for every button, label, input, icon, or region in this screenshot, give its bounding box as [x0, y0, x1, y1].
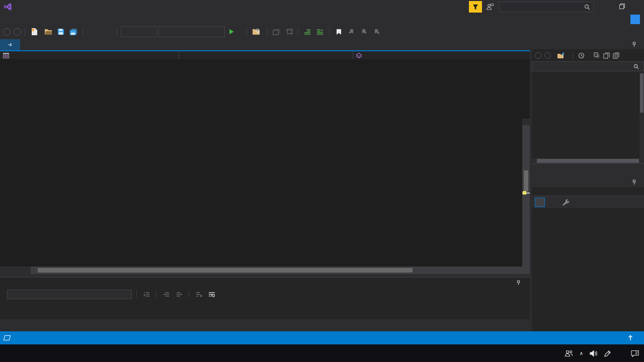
- bookmark-icon[interactable]: [333, 26, 344, 37]
- previous-message-icon[interactable]: [161, 290, 171, 299]
- project-scope-combo[interactable]: ++: [0, 51, 179, 59]
- message-level-icon[interactable]: [141, 290, 151, 299]
- restore-icon: [619, 5, 624, 9]
- zoom-level-combo[interactable]: [0, 266, 31, 274]
- open-file-icon[interactable]: [43, 26, 54, 37]
- tree-vertical-scrollbar[interactable]: [639, 72, 644, 158]
- next-message-icon[interactable]: [174, 290, 184, 299]
- collapse-all-icon[interactable]: [594, 52, 600, 59]
- split-editor-handle[interactable]: [522, 119, 530, 125]
- document-tab-strip: [0, 39, 530, 50]
- forward-icon[interactable]: [544, 52, 551, 59]
- clear-bookmarks-icon[interactable]: [371, 26, 382, 37]
- bottom-panel-tabs: [0, 319, 530, 331]
- output-panel-title[interactable]: [0, 278, 530, 288]
- action-center-icon[interactable]: [631, 350, 639, 357]
- word-wrap-icon[interactable]: [207, 290, 217, 299]
- solution-tree: [532, 72, 644, 158]
- next-bookmark-icon[interactable]: [358, 26, 369, 37]
- tree-horizontal-scrollbar[interactable]: [532, 158, 644, 163]
- ready-icon: [4, 335, 11, 340]
- avatar[interactable]: [630, 15, 640, 24]
- svg-text:++: ++: [4, 54, 8, 58]
- minimize-button[interactable]: [599, 0, 614, 14]
- add-to-source-control-button[interactable]: [628, 331, 640, 344]
- increase-indent-icon[interactable]: [314, 26, 326, 37]
- pending-changes-filter-icon[interactable]: [578, 52, 585, 59]
- scrollbar-thumb[interactable]: [524, 170, 528, 192]
- pin-icon[interactable]: [8, 42, 13, 47]
- vertical-scrollbar[interactable]: [522, 119, 530, 266]
- switch-views-icon[interactable]: [557, 52, 565, 59]
- member-combo[interactable]: [353, 51, 530, 59]
- title-bar: [0, 0, 644, 14]
- editor-navigation-bar: ++: [0, 50, 530, 59]
- tab-main-cpp[interactable]: [0, 39, 20, 50]
- right-panel-tabs: [532, 163, 644, 174]
- status-bar: [0, 331, 644, 344]
- editor-bottom-bar: [0, 266, 530, 274]
- alphabetical-sort-icon[interactable]: [548, 198, 558, 207]
- windows-ink-icon[interactable]: [604, 350, 611, 357]
- visual-studio-logo-icon: [4, 3, 12, 11]
- redo-icon[interactable]: [101, 26, 112, 37]
- properties-title[interactable]: [532, 177, 644, 187]
- undo-icon[interactable]: [87, 26, 98, 37]
- pin-icon[interactable]: [632, 42, 636, 47]
- decrease-indent-icon[interactable]: [302, 26, 313, 37]
- main-toolbar: [0, 25, 644, 38]
- pin-icon[interactable]: [516, 280, 521, 286]
- horizontal-scrollbar[interactable]: [38, 266, 523, 274]
- volume-icon[interactable]: [590, 350, 598, 357]
- properties-object-combo[interactable]: [532, 187, 644, 196]
- right-panel: [532, 39, 644, 331]
- restore-button[interactable]: [614, 0, 629, 14]
- navigate-forward-icon[interactable]: [14, 28, 21, 36]
- feedback-filter-icon[interactable]: [469, 1, 482, 13]
- send-feedback-icon[interactable]: [486, 3, 494, 11]
- menu-bar: [0, 14, 644, 25]
- hscroll-thumb[interactable]: [38, 268, 413, 273]
- solution-explorer-toolbar: [532, 49, 644, 61]
- method-icon: [356, 53, 362, 58]
- platform-combo[interactable]: [158, 26, 225, 37]
- properties-toolbar: [532, 196, 644, 208]
- solution-search-input[interactable]: [532, 61, 644, 71]
- navigate-forward-2-icon[interactable]: [283, 26, 294, 37]
- properties-pages-icon[interactable]: [613, 52, 619, 59]
- quick-launch-input[interactable]: [499, 2, 594, 12]
- upload-arrow-icon: [628, 335, 633, 341]
- back-icon[interactable]: [535, 52, 541, 59]
- code-editor[interactable]: [0, 59, 530, 266]
- previous-bookmark-icon[interactable]: [346, 26, 357, 37]
- cpp-project-icon: ++: [3, 53, 9, 58]
- navigate-back-icon[interactable]: [3, 28, 11, 36]
- taskbar: ∧: [0, 344, 644, 362]
- pin-icon[interactable]: [632, 179, 636, 185]
- clear-all-icon[interactable]: [194, 290, 204, 299]
- start-debugging-button[interactable]: [226, 29, 243, 34]
- search-icon: [584, 4, 590, 10]
- people-icon[interactable]: [565, 350, 573, 357]
- system-tray: ∧: [565, 350, 644, 357]
- solution-explorer-title[interactable]: [532, 39, 644, 49]
- save-icon[interactable]: [55, 26, 66, 37]
- close-button[interactable]: [629, 0, 644, 14]
- navigate-backward-icon[interactable]: [271, 26, 282, 37]
- categorized-icon[interactable]: [535, 198, 545, 207]
- search-icon: [633, 64, 639, 69]
- save-all-icon[interactable]: [68, 26, 79, 37]
- output-panel: [0, 277, 530, 319]
- output-source-combo[interactable]: [7, 290, 132, 299]
- attach-to-process-icon[interactable]: [251, 26, 262, 37]
- play-icon: [229, 29, 234, 34]
- new-file-icon[interactable]: [29, 26, 40, 37]
- property-pages-icon[interactable]: [562, 199, 570, 206]
- output-toolbar: [0, 288, 530, 301]
- configuration-combo[interactable]: [121, 26, 157, 37]
- hidden-icons-chevron[interactable]: ∧: [580, 350, 583, 356]
- show-all-files-icon[interactable]: [603, 52, 610, 59]
- caret-position-dot: [523, 191, 526, 195]
- type-scope-combo[interactable]: [179, 51, 353, 59]
